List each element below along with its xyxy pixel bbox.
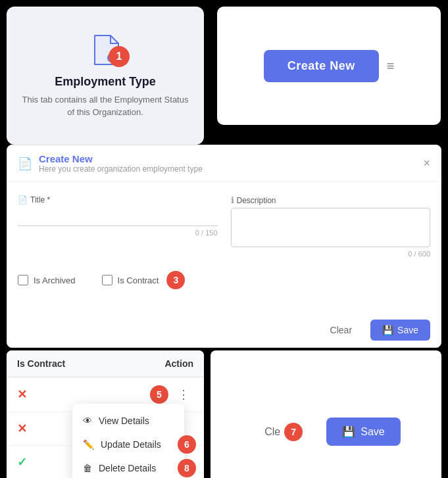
title-char-count: 0 / 150: [18, 229, 218, 237]
delete-details-item[interactable]: 🗑 Delete Details 8: [72, 456, 184, 478]
badge-7: 7: [284, 423, 303, 441]
context-menu: 👁 View Details ✏️ Update Details 6 🗑 Del…: [72, 404, 184, 478]
badge-6: 6: [178, 435, 196, 454]
save-large-icon: 💾: [342, 425, 355, 438]
title-field-group: 📄 Title * 0 / 150: [18, 195, 218, 258]
modal-header: 📄 Create New Here you create organizatio…: [7, 145, 441, 182]
right-bottom-panel: Cle 7 💾 Save: [211, 350, 441, 478]
form-row-1: 📄 Title * 0 / 150 ℹ Description 0 / 600: [18, 195, 430, 258]
is-contract-label: Is Contract: [118, 275, 159, 285]
modal-close-button[interactable]: ×: [423, 156, 430, 170]
col2-header: Action: [164, 358, 193, 369]
is-archived-checkbox-group: Is Archived: [18, 275, 76, 285]
modal-title: Create New: [39, 153, 203, 164]
save-large-label: Save: [361, 426, 384, 438]
description-label: ℹ Description: [231, 195, 431, 205]
description-field-group: ℹ Description 0 / 600: [231, 195, 431, 258]
trash-icon: 🗑: [83, 463, 92, 473]
modal-body: 📄 Title * 0 / 150 ℹ Description 0 / 600 …: [7, 182, 441, 313]
info-icon: ℹ: [231, 195, 234, 205]
title-input[interactable]: [18, 207, 218, 226]
col1-header: Is Contract: [17, 358, 65, 369]
view-details-item[interactable]: 👁 View Details: [72, 409, 184, 433]
is-archived-label: Is Archived: [34, 275, 76, 285]
title-label: 📄 Title *: [18, 195, 218, 204]
create-new-button[interactable]: Create New: [264, 50, 379, 82]
filter-icon[interactable]: ≡: [387, 59, 395, 74]
table-header: Is Contract Action: [7, 350, 204, 377]
clear-text: Cle: [264, 426, 280, 438]
checkbox-row: Is Archived Is Contract 3: [18, 271, 430, 289]
save-large-button[interactable]: 💾 Save: [326, 418, 400, 446]
is-archived-checkbox[interactable]: [18, 275, 28, 285]
table-body: ✕ 5 ⋮ 👁 View Details ✏️ Update Details 6: [7, 377, 204, 478]
employment-type-card: 1 Employment Type This tab contains all …: [7, 7, 204, 145]
clear-button[interactable]: Clear: [320, 320, 362, 341]
edit-icon: ✏️: [83, 439, 94, 450]
is-contract-checkbox[interactable]: [102, 275, 112, 285]
is-contract-checkbox-group: Is Contract 3: [102, 271, 186, 289]
delete-details-label: Delete Details: [99, 463, 156, 473]
title-doc-icon: 📄: [18, 195, 28, 204]
form-actions: Clear 💾 Save: [7, 313, 441, 347]
create-modal: 📄 Create New Here you create organizatio…: [7, 145, 441, 348]
save-button[interactable]: 💾 Save: [370, 320, 430, 341]
status-check-icon: ✓: [17, 455, 27, 469]
badge-3: 3: [166, 271, 185, 289]
clear-large-button[interactable]: Cle 7: [251, 416, 316, 448]
view-details-label: View Details: [99, 416, 149, 426]
description-char-count: 0 / 600: [231, 250, 431, 258]
modal-header-left: 📄 Create New Here you create organizatio…: [18, 153, 203, 174]
update-details-label: Update Details: [101, 439, 161, 450]
badge-8: 8: [178, 459, 196, 477]
table-row: ✕ 5 ⋮ 👁 View Details ✏️ Update Details 6: [7, 377, 204, 412]
badge-5: 5: [150, 385, 168, 404]
update-details-item[interactable]: ✏️ Update Details 6: [72, 433, 184, 456]
employment-type-desc: This tab contains all the Employment Sta…: [20, 94, 191, 118]
status-x-icon: ✕: [17, 421, 27, 436]
status-x-icon: ✕: [17, 387, 27, 402]
modal-subtitle: Here you create organization employment …: [39, 164, 203, 174]
employment-type-title: Employment Type: [55, 75, 156, 89]
modal-doc-icon: 📄: [18, 156, 32, 171]
three-dot-button[interactable]: ⋮: [174, 386, 193, 403]
table-panel: Is Contract Action ✕ 5 ⋮ 👁 View Details: [7, 350, 204, 478]
create-panel: Create New ≡: [217, 7, 441, 125]
badge-1: 1: [109, 46, 130, 67]
eye-icon: 👁: [83, 416, 92, 426]
save-icon: 💾: [382, 325, 393, 335]
description-input[interactable]: [231, 208, 431, 247]
bottom-section: Is Contract Action ✕ 5 ⋮ 👁 View Details: [0, 350, 448, 478]
